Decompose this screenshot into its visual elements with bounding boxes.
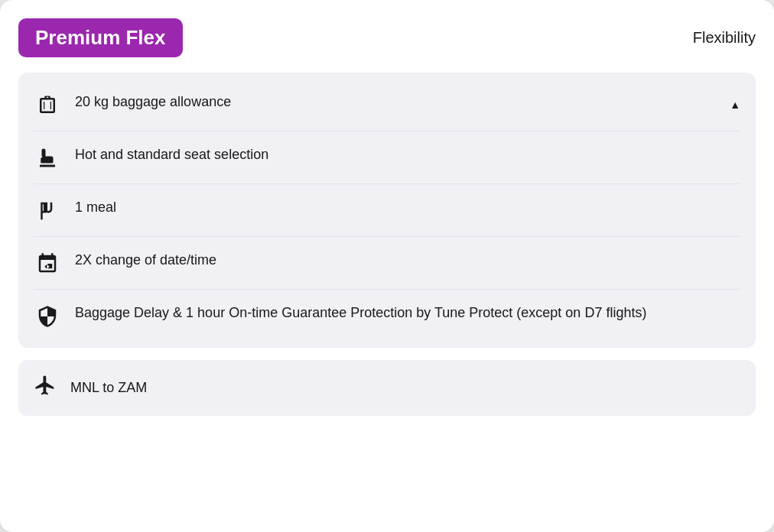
expand-icon[interactable]: ▲ [730, 99, 740, 111]
feature-meal: 1 meal [34, 184, 740, 237]
seat-text: Hot and standard seat selection [75, 145, 740, 164]
meal-icon [34, 200, 61, 222]
calendar-icon [34, 252, 61, 275]
calendar-text: 2X change of date/time [75, 251, 740, 270]
flight-icon [34, 374, 57, 402]
main-card: Premium Flex Flexibility 20 kg baggage a… [0, 0, 774, 532]
meal-text: 1 meal [75, 198, 740, 217]
feature-calendar: 2X change of date/time [34, 237, 740, 290]
feature-baggage: 20 kg baggage allowance ▲ [34, 79, 740, 131]
premium-flex-badge: Premium Flex [18, 18, 183, 57]
route-section: MNL to ZAM [18, 360, 756, 416]
baggage-icon [34, 94, 61, 117]
features-section: 20 kg baggage allowance ▲ Hot and standa… [18, 73, 756, 348]
card-header: Premium Flex Flexibility [18, 18, 756, 60]
feature-shield: Baggage Delay & 1 hour On-time Guarantee… [34, 290, 740, 342]
shield-text: Baggage Delay & 1 hour On-time Guarantee… [75, 303, 740, 323]
feature-seat: Hot and standard seat selection [34, 131, 740, 184]
shield-icon [34, 305, 61, 328]
baggage-text: 20 kg baggage allowance [75, 92, 740, 112]
flexibility-label: Flexibility [693, 29, 756, 47]
seat-icon [34, 147, 61, 170]
route-text: MNL to ZAM [70, 380, 147, 396]
